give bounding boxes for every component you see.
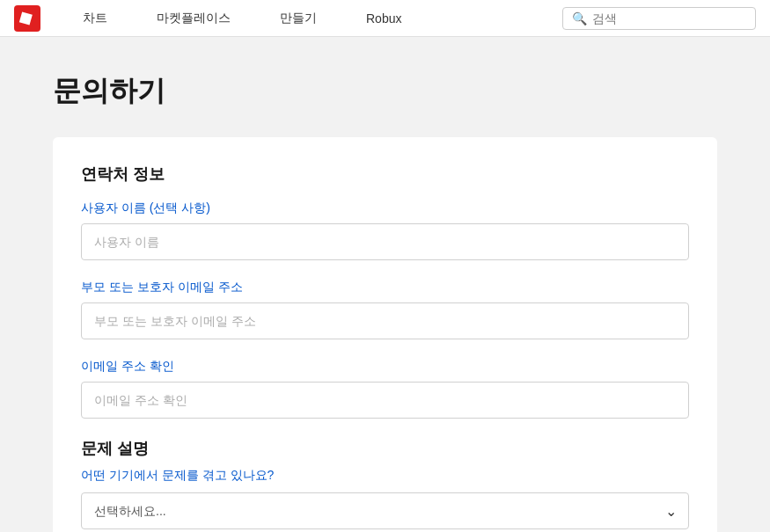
device-select-wrapper: 선택하세요... PC/Mac iOS Android Xbox 기타 ⌄ <box>81 492 689 529</box>
email-confirm-input[interactable] <box>81 382 689 419</box>
logo[interactable] <box>14 5 40 32</box>
search-input[interactable] <box>592 11 746 26</box>
main-content: 문의하기 연락처 정보 사용자 이름 (선택 사항) 부모 또는 보호자 이메일… <box>0 37 770 532</box>
email-field-group: 부모 또는 보호자 이메일 주소 <box>81 280 689 339</box>
email-label: 부모 또는 보호자 이메일 주소 <box>81 280 689 295</box>
problem-section-title: 문제 설명 <box>81 438 689 459</box>
username-input[interactable] <box>81 223 689 260</box>
page-title: 문의하기 <box>53 72 717 111</box>
search-icon: 🔍 <box>572 11 587 26</box>
contact-section-title: 연락처 정보 <box>81 164 689 185</box>
search-box[interactable]: 🔍 <box>562 7 756 30</box>
form-card: 연락처 정보 사용자 이름 (선택 사항) 부모 또는 보호자 이메일 주소 이… <box>53 137 717 532</box>
username-label: 사용자 이름 (선택 사항) <box>81 200 689 216</box>
device-label: 어떤 기기에서 문제를 겪고 있나요? <box>81 468 689 484</box>
email-input[interactable] <box>81 302 689 339</box>
navbar: 차트 마켓플레이스 만들기 Robux 🔍 <box>0 0 770 37</box>
nav-chart[interactable]: 차트 <box>58 0 132 37</box>
nav-links: 차트 마켓플레이스 만들기 Robux <box>58 0 562 37</box>
email-confirm-label: 이메일 주소 확인 <box>81 359 689 375</box>
email-confirm-field-group: 이메일 주소 확인 <box>81 359 689 419</box>
nav-robux[interactable]: Robux <box>341 0 426 37</box>
nav-marketplace[interactable]: 마켓플레이스 <box>132 0 255 37</box>
device-select[interactable]: 선택하세요... PC/Mac iOS Android Xbox 기타 <box>81 492 689 529</box>
nav-create[interactable]: 만들기 <box>255 0 341 37</box>
username-field-group: 사용자 이름 (선택 사항) <box>81 200 689 260</box>
